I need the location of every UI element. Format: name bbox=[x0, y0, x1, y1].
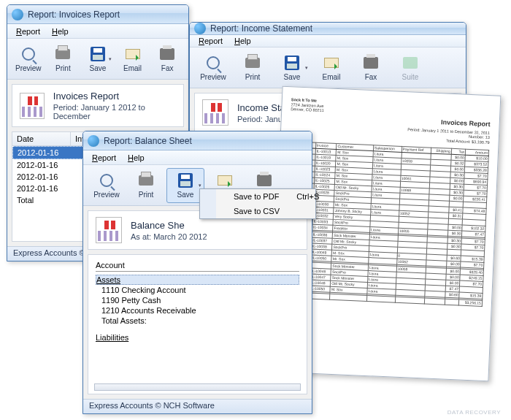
menu-help[interactable]: Help bbox=[122, 152, 150, 164]
preview-icon bbox=[204, 54, 222, 72]
print-icon bbox=[54, 45, 72, 63]
report-icon bbox=[202, 99, 228, 126]
titlebar[interactable]: Report: Invoices Report bbox=[7, 5, 188, 24]
fax-icon bbox=[256, 172, 273, 189]
list-item[interactable]: 1110 Checking Account bbox=[96, 285, 299, 295]
toolbar: Preview Print Save▾ Email Fax bbox=[7, 39, 188, 80]
chevron-down-icon: ▾ bbox=[109, 56, 112, 62]
col-date[interactable]: Date bbox=[12, 132, 71, 145]
report-period: Period: January 1 2012 to December bbox=[53, 103, 176, 121]
print-button[interactable]: Print bbox=[234, 50, 272, 85]
window-balance-sheet: Report: Balance Sheet Report Help Previe… bbox=[82, 131, 312, 414]
suite-button[interactable]: Suite bbox=[391, 50, 429, 85]
preview-button[interactable]: Preview bbox=[194, 50, 232, 85]
chevron-down-icon: ▾ bbox=[199, 183, 201, 188]
save-icon bbox=[283, 54, 301, 72]
fax-button[interactable]: Fax bbox=[352, 50, 390, 85]
menu-save-pdf[interactable]: Save to PDFCtrl+S bbox=[200, 189, 315, 204]
report-title: Balance She bbox=[131, 220, 207, 231]
report-icon bbox=[96, 217, 122, 243]
list-item[interactable]: 1210 Accounts Receivable bbox=[96, 305, 299, 316]
toolbar: Preview Print Save▾ Email Fax Suite bbox=[190, 47, 466, 88]
window-title: Report: Balance Sheet bbox=[104, 136, 192, 146]
list-item[interactable]: 1190 Petty Cash bbox=[96, 295, 299, 305]
scrollbar-horizontal[interactable] bbox=[94, 383, 301, 391]
window-title: Report: Income Statement bbox=[210, 23, 312, 34]
print-icon bbox=[137, 172, 155, 189]
suite-icon bbox=[402, 54, 419, 72]
report-header: Invoices Report Period: January 1 2012 t… bbox=[12, 84, 184, 127]
menubar: Report Help bbox=[190, 35, 466, 47]
app-icon bbox=[88, 135, 99, 147]
email-button[interactable]: Email bbox=[312, 50, 350, 85]
save-dropdown-menu: Save to PDFCtrl+S Save to CSV bbox=[199, 188, 316, 219]
menu-save-csv[interactable]: Save to CSV bbox=[200, 204, 315, 218]
print-button[interactable]: Print bbox=[127, 168, 165, 203]
report-asat: As at: March 20 2012 bbox=[131, 232, 207, 241]
app-icon bbox=[194, 23, 206, 34]
app-icon bbox=[12, 9, 23, 20]
section-assets[interactable]: Assets bbox=[96, 275, 299, 285]
shortcut: Ctrl+S bbox=[296, 192, 319, 201]
menu-help[interactable]: Help bbox=[46, 26, 74, 37]
menu-help[interactable]: Help bbox=[228, 35, 257, 47]
preview-button[interactable]: Preview bbox=[88, 168, 126, 203]
report-title: Invoices Report bbox=[53, 91, 176, 102]
section-liabilities[interactable]: Liabilities bbox=[96, 333, 299, 342]
email-icon bbox=[323, 54, 340, 72]
col-account: Account bbox=[96, 259, 299, 272]
menubar: Report Help bbox=[7, 24, 188, 39]
fax-icon bbox=[362, 54, 380, 72]
preview-icon bbox=[98, 172, 115, 189]
email-icon bbox=[124, 45, 142, 63]
menubar: Report Help bbox=[83, 150, 312, 165]
balance-body: Account Assets 1110 Checking Account 119… bbox=[88, 254, 307, 394]
chevron-down-icon: ▾ bbox=[305, 65, 308, 71]
window-title: Report: Invoices Report bbox=[28, 9, 120, 20]
fax-icon bbox=[158, 45, 176, 63]
save-button[interactable]: Save▾ bbox=[81, 42, 115, 77]
invoice-table: DateInvoiceCustomerSalespersonPayment Re… bbox=[283, 141, 489, 307]
save-icon bbox=[89, 45, 107, 63]
titlebar[interactable]: Report: Balance Sheet bbox=[83, 131, 312, 150]
print-button[interactable]: Print bbox=[47, 42, 80, 77]
save-button[interactable]: Save▾ bbox=[273, 50, 311, 85]
list-item[interactable]: Total Assets: bbox=[96, 316, 299, 326]
preview-button[interactable]: Preview bbox=[12, 42, 45, 77]
report-icon bbox=[20, 93, 45, 119]
preview-icon bbox=[20, 45, 37, 63]
print-icon bbox=[244, 54, 261, 72]
email-button[interactable]: Email bbox=[116, 42, 150, 77]
titlebar[interactable]: Report: Income Statement bbox=[190, 23, 466, 35]
menu-report[interactable]: Report bbox=[10, 26, 46, 37]
fax-button[interactable]: Fax bbox=[150, 42, 184, 77]
email-icon bbox=[216, 172, 234, 189]
save-icon bbox=[177, 172, 194, 189]
statusbar: Express Accounts © NCH Software bbox=[83, 399, 312, 413]
menu-report[interactable]: Report bbox=[86, 152, 122, 164]
watermark: DATA RECOVERY bbox=[447, 409, 501, 416]
menu-report[interactable]: Report bbox=[193, 35, 228, 47]
